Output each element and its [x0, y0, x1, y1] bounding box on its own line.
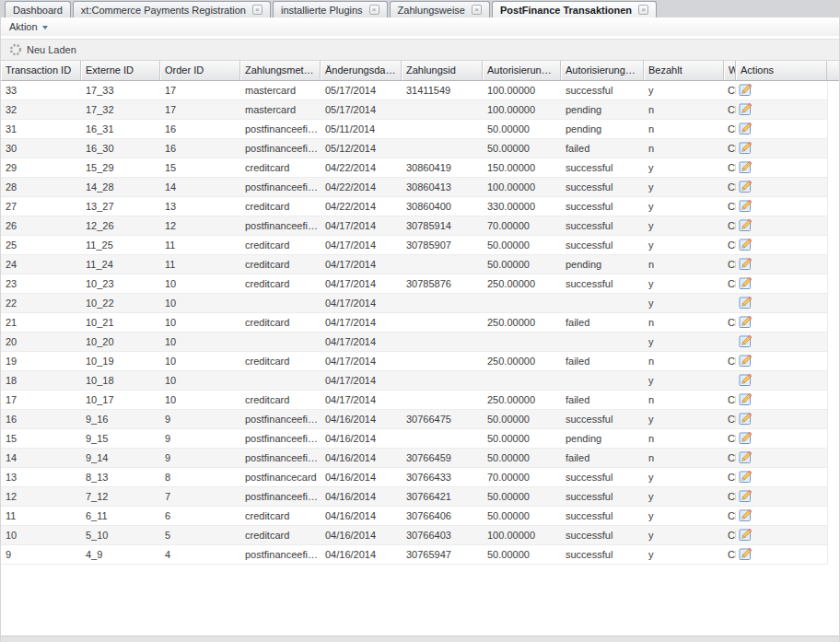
table-row[interactable]: 3317_3317mastercard05/17/201431411549100… [1, 81, 827, 100]
edit-action-button[interactable] [739, 355, 752, 368]
edit-action-button[interactable] [739, 451, 752, 465]
cell-autorisierungsbetrag: 250.00000 [483, 274, 561, 293]
table-row[interactable]: 2110_2110creditcard04/17/2014250.00000fa… [1, 313, 827, 333]
edit-action-button[interactable] [739, 490, 752, 504]
table-row[interactable]: 2713_2713creditcard04/22/201430860400330… [1, 197, 827, 216]
edit-action-button[interactable] [739, 161, 752, 175]
table-row[interactable]: 1910_1910creditcard04/17/2014250.00000fa… [1, 352, 827, 371]
column-header-transaction_id[interactable]: Transaction ID [1, 61, 81, 80]
table-row[interactable]: 94_94postfinanceefinance04/16/2014307659… [1, 545, 827, 565]
cell-externe_id: 7_12 [81, 487, 160, 506]
cell-zahlungsid [402, 294, 483, 312]
cell-autorisierungsstatus: successful [561, 216, 644, 235]
cell-actions [736, 274, 827, 293]
reload-button[interactable]: Neu Laden [6, 41, 80, 58]
cell-externe_id: 6_11 [81, 507, 160, 525]
column-header-autorisierungsstatus[interactable]: Autorisierungsstatus [561, 61, 644, 80]
column-header-waehrung[interactable]: Währung [724, 61, 736, 80]
table-row[interactable]: 1710_1710creditcard04/17/2014250.00000fa… [1, 391, 827, 410]
cell-waehrung: CHF [724, 81, 736, 99]
column-header-zahlungsmethode[interactable]: Zahlungsmethode [240, 61, 321, 80]
table-row[interactable]: 2210_221004/17/2014y [1, 294, 827, 313]
cell-transaction_id: 24 [1, 255, 81, 274]
edit-action-button[interactable] [739, 277, 752, 291]
table-row[interactable]: 2511_2511creditcard04/17/20143078590750.… [1, 236, 827, 255]
cell-autorisierungsstatus: failed [561, 449, 644, 467]
cell-waehrung [724, 333, 736, 351]
edit-action-button[interactable] [739, 471, 752, 484]
table-row[interactable]: 159_159postfinanceefinance04/16/201450.0… [1, 429, 827, 449]
column-header-aenderungsdatum[interactable]: Änderungsdatum [321, 61, 402, 80]
table-row[interactable]: 1810_181004/17/2014y [1, 371, 827, 391]
tab-postfinance-transaktionen[interactable]: PostFinance Transaktionen× [492, 1, 657, 18]
cell-order_id: 17 [160, 100, 240, 119]
cell-externe_id: 9_14 [81, 449, 160, 467]
table-row[interactable]: 105_105creditcard04/16/201430766403100.0… [1, 526, 827, 545]
edit-action-button[interactable] [739, 84, 752, 98]
table-row[interactable]: 169_169postfinanceefinance04/16/20143076… [1, 410, 827, 429]
cell-bezahlt: y [644, 371, 724, 390]
tab-dashboard[interactable]: Dashboard [5, 1, 71, 18]
table-row[interactable]: 3217_3217mastercard05/17/2014100.00000pe… [1, 100, 827, 120]
column-header-actions[interactable]: Actions [736, 61, 827, 80]
table-row[interactable]: 2814_2814postfinanceefinance04/22/201430… [1, 178, 827, 197]
edit-action-button[interactable] [739, 219, 752, 233]
tab-close-icon[interactable]: × [369, 5, 379, 15]
table-row[interactable]: 2411_2411creditcard04/17/201450.00000pen… [1, 255, 827, 274]
cell-aenderungsdatum: 04/16/2014 [321, 545, 402, 564]
edit-action-button[interactable] [739, 181, 752, 194]
cell-actions [736, 197, 827, 216]
column-header-autorisierungsbetrag[interactable]: Autorisierungsbetrag [483, 61, 561, 80]
table-row[interactable]: 127_127postfinanceefinance04/16/20143076… [1, 487, 827, 507]
column-header-externe_id[interactable]: Externe ID [81, 61, 160, 80]
edit-action-button[interactable] [739, 529, 752, 543]
edit-action-button[interactable] [739, 239, 752, 252]
tab-close-icon[interactable]: × [638, 5, 648, 15]
table-row[interactable]: 3116_3116postfinanceefinance05/11/201450… [1, 120, 827, 139]
edit-action-button[interactable] [739, 393, 752, 407]
table-row[interactable]: 2915_2915creditcard04/22/201430860419150… [1, 158, 827, 178]
edit-action-button[interactable] [739, 316, 752, 330]
table-row[interactable]: 116_116creditcard04/16/20143076640650.00… [1, 507, 827, 526]
cell-order_id: 7 [160, 487, 240, 506]
column-header-order_id[interactable]: Order ID [160, 61, 240, 80]
edit-action-button[interactable] [739, 103, 752, 117]
edit-action-button[interactable] [739, 335, 752, 349]
table-row[interactable]: 2310_2310creditcard04/17/201430785876250… [1, 274, 827, 294]
column-header-zahlungsid[interactable]: Zahlungsid [402, 61, 483, 80]
cell-aenderungsdatum: 04/17/2014 [321, 371, 402, 390]
tab-xt-commerce-payments-registration[interactable]: xt:Commerce Payments Registration× [73, 1, 271, 18]
cell-autorisierungsstatus: failed [561, 391, 644, 409]
cell-bezahlt: n [644, 120, 724, 138]
edit-icon [739, 432, 752, 445]
cell-autorisierungsbetrag: 250.00000 [483, 391, 561, 409]
cell-transaction_id: 29 [1, 158, 81, 177]
edit-action-button[interactable] [739, 200, 752, 214]
edit-action-button[interactable] [739, 548, 752, 562]
table-row[interactable]: 2010_201004/17/2014y [1, 333, 827, 352]
cell-bezahlt: n [644, 449, 724, 467]
edit-icon [739, 277, 752, 290]
edit-action-button[interactable] [739, 374, 752, 388]
aktion-menu-button[interactable]: Aktion [9, 21, 48, 32]
edit-action-button[interactable] [739, 432, 752, 446]
tab-close-icon[interactable]: × [472, 5, 482, 15]
table-row[interactable]: 138_138postfinancecard04/16/201430766433… [1, 468, 827, 487]
table-row[interactable]: 2612_2612postfinanceefinance04/17/201430… [1, 216, 827, 236]
tab-installierte-plugins[interactable]: installierte Plugins× [273, 1, 388, 18]
edit-action-button[interactable] [739, 413, 752, 426]
edit-action-button[interactable] [739, 509, 752, 523]
column-header-bezahlt[interactable]: Bezahlt [644, 61, 724, 80]
table-row[interactable]: 149_149postfinanceefinance04/16/20143076… [1, 449, 827, 468]
edit-action-button[interactable] [739, 142, 752, 156]
tab-close-icon[interactable]: × [252, 5, 262, 15]
edit-action-button[interactable] [739, 123, 752, 136]
edit-action-button[interactable] [739, 258, 752, 272]
table-row[interactable]: 3016_3016postfinanceefinance05/12/201450… [1, 139, 827, 158]
cell-autorisierungsstatus: successful [561, 507, 644, 525]
cell-aenderungsdatum: 04/16/2014 [321, 429, 402, 448]
tab-label: Zahlungsweise [398, 5, 465, 16]
cell-transaction_id: 22 [1, 294, 81, 312]
edit-action-button[interactable] [739, 297, 752, 310]
tab-zahlungsweise[interactable]: Zahlungsweise× [390, 1, 490, 18]
